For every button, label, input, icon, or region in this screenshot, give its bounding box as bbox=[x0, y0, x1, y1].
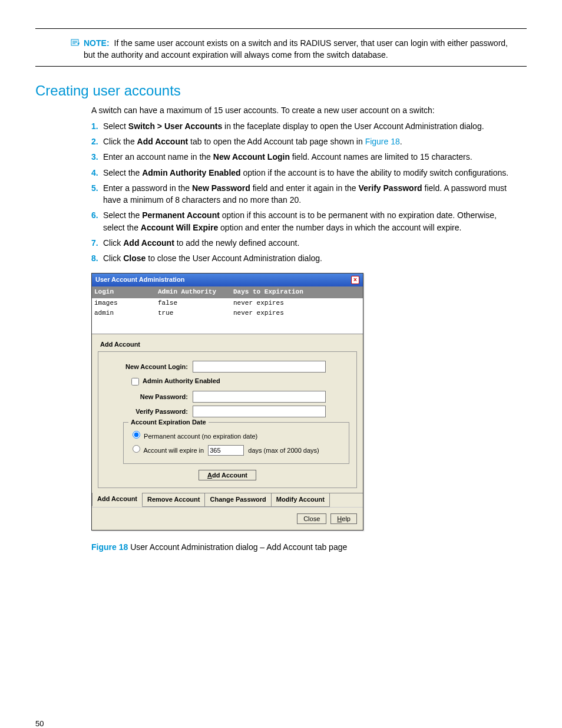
dialog-titlebar: User Account Administration × bbox=[92, 274, 363, 286]
step-2: 2.Click the Add Account tab to open the … bbox=[91, 136, 509, 147]
figure-link[interactable]: Figure 18 bbox=[365, 137, 400, 146]
tab-modify-account[interactable]: Modify Account bbox=[271, 493, 330, 507]
verify-password-label: Verify Password: bbox=[105, 407, 193, 417]
new-login-label: New Account Login: bbox=[105, 363, 193, 372]
help-button[interactable]: Help bbox=[330, 513, 357, 524]
expire-days-input[interactable] bbox=[208, 445, 244, 456]
page-number: 50 bbox=[35, 719, 527, 728]
note-text: NOTE:If the same user account exists on … bbox=[84, 37, 509, 61]
step-8: 8.Click Close to close the User Account … bbox=[91, 252, 509, 264]
step-1: 1.Select Switch > User Accounts in the f… bbox=[91, 120, 509, 132]
tab-remove-account[interactable]: Remove Account bbox=[142, 493, 205, 507]
note-label: NOTE: bbox=[84, 38, 110, 48]
steps-list: 1.Select Switch > User Accounts in the f… bbox=[91, 120, 509, 265]
table-row: admin true never expires bbox=[92, 308, 363, 319]
will-expire-label-b: days (max of 2000 days) bbox=[248, 447, 319, 454]
tab-bar: Add Account Remove Account Change Passwo… bbox=[92, 493, 363, 507]
user-account-admin-dialog: User Account Administration × Login Admi… bbox=[91, 273, 363, 531]
permanent-label: Permanent account (no expiration date) bbox=[144, 433, 257, 440]
expiration-legend: Account Expiration Date bbox=[128, 418, 209, 427]
new-password-label: New Password: bbox=[105, 393, 193, 402]
col-login: Login bbox=[92, 286, 156, 298]
new-login-input[interactable] bbox=[193, 361, 326, 373]
col-auth: Admin Authority bbox=[156, 286, 231, 298]
table-row: images false never expires bbox=[92, 298, 363, 309]
note-block: NOTE:If the same user account exists on … bbox=[71, 37, 509, 61]
section-heading: Creating user accounts bbox=[35, 81, 527, 101]
figure-caption: Figure 18 User Account Administration di… bbox=[91, 541, 527, 553]
permanent-radio[interactable] bbox=[133, 431, 140, 439]
note-icon bbox=[71, 38, 80, 50]
intro-text: A switch can have a maximum of 15 user a… bbox=[91, 104, 509, 116]
tab-change-password[interactable]: Change Password bbox=[204, 493, 271, 507]
grid-header: Login Admin Authority Days to Expiration bbox=[92, 286, 363, 298]
step-6: 6.Select the Permanent Account option if… bbox=[91, 209, 509, 233]
admin-authority-label: Admin Authority Enabled bbox=[143, 378, 220, 385]
tab-caption: Add Account bbox=[98, 340, 357, 350]
step-7: 7.Click Add Account to add the newly def… bbox=[91, 237, 509, 249]
step-5: 5.Enter a password in the New Password f… bbox=[91, 182, 509, 206]
admin-authority-checkbox[interactable] bbox=[131, 378, 139, 386]
will-expire-label-a: Account will expire in bbox=[143, 447, 204, 454]
verify-password-input[interactable] bbox=[193, 406, 326, 417]
grid-body: images false never expires admin true ne… bbox=[92, 298, 363, 334]
dialog-title: User Account Administration bbox=[95, 275, 184, 285]
step-3: 3.Enter an account name in the New Accou… bbox=[91, 151, 509, 163]
step-4: 4.Select the Admin Authority Enabled opt… bbox=[91, 167, 509, 179]
tab-add-account[interactable]: Add Account bbox=[92, 493, 143, 506]
new-password-input[interactable] bbox=[193, 391, 326, 403]
col-exp: Days to Expiration bbox=[231, 286, 363, 298]
will-expire-radio[interactable] bbox=[133, 445, 140, 453]
close-icon[interactable]: × bbox=[351, 276, 359, 284]
add-account-button[interactable]: Add Account bbox=[199, 470, 256, 480]
close-button[interactable]: Close bbox=[297, 513, 326, 524]
